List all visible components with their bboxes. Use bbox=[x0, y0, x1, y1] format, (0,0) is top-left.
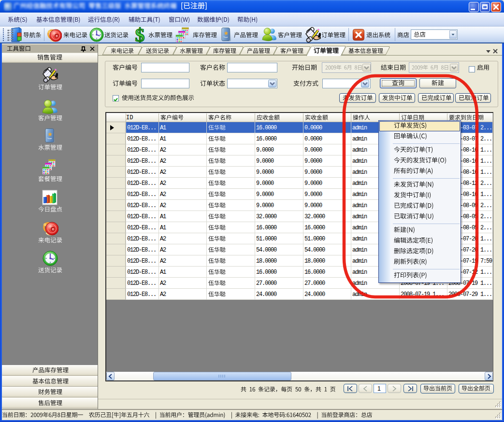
svg-text:$: $ bbox=[135, 27, 145, 42]
